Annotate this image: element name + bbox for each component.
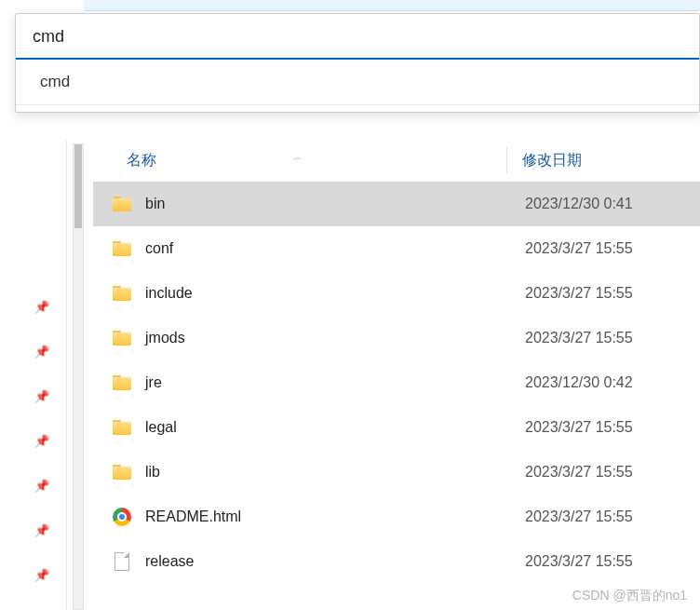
file-row[interactable]: conf2023/3/27 15:55 <box>93 226 700 271</box>
address-spacer <box>16 104 699 112</box>
file-name: jre <box>145 374 525 391</box>
address-input[interactable] <box>16 14 699 60</box>
file-row[interactable]: include2023/3/27 15:55 <box>93 271 700 316</box>
file-name: README.html <box>145 508 525 525</box>
file-row[interactable]: lib2023/3/27 15:55 <box>93 450 700 495</box>
document-icon <box>112 551 132 572</box>
quick-access-item[interactable]: 📌 <box>0 284 66 329</box>
file-name: release <box>145 553 525 570</box>
quick-access-item[interactable]: 📌 <box>0 418 66 463</box>
file-modified: 2023/3/27 15:55 <box>525 553 633 570</box>
file-modified: 2023/12/30 0:41 <box>525 196 633 212</box>
column-header-modified[interactable]: 修改日期 <box>506 147 700 173</box>
file-row[interactable]: jmods2023/3/27 15:55 <box>93 316 700 360</box>
scrollbar-thumb[interactable] <box>74 144 82 228</box>
folder-icon <box>112 373 132 393</box>
file-row[interactable]: release2023/3/27 15:55 <box>93 539 700 584</box>
file-modified: 2023/12/30 0:42 <box>525 374 633 391</box>
file-list: ︿ 名称 修改日期 bin2023/12/30 0:41conf2023/3/2… <box>93 140 700 610</box>
chrome-icon <box>112 507 132 527</box>
address-suggestion[interactable]: cmd <box>16 60 699 104</box>
quick-access-item[interactable]: 📌 <box>0 463 66 508</box>
file-name: jmods <box>145 330 525 346</box>
folder-icon <box>112 283 132 304</box>
folder-icon <box>112 462 132 482</box>
pin-icon: 📌 <box>34 434 49 448</box>
pin-icon: 📌 <box>34 568 49 582</box>
file-modified: 2023/3/27 15:55 <box>525 285 633 302</box>
pin-icon: 📌 <box>34 345 49 359</box>
scrollbar-track[interactable] <box>73 143 84 610</box>
file-modified: 2023/3/27 15:55 <box>525 419 633 436</box>
column-header-name[interactable]: 名称 <box>123 151 506 170</box>
quick-access-panel: 📌📌📌📌📌📌📌 <box>0 140 67 610</box>
folder-icon <box>112 417 132 438</box>
folder-icon <box>112 238 132 259</box>
folder-icon <box>112 194 132 214</box>
folder-icon <box>112 328 132 348</box>
file-modified: 2023/3/27 15:55 <box>525 240 633 257</box>
file-modified: 2023/3/27 15:55 <box>525 508 633 525</box>
pin-icon: 📌 <box>34 479 49 493</box>
pin-icon: 📌 <box>34 300 49 314</box>
address-bar: cmd <box>15 13 700 113</box>
quick-access-item[interactable]: 📌 <box>0 373 66 418</box>
file-row[interactable]: README.html2023/3/27 15:55 <box>93 495 700 539</box>
file-name: legal <box>145 419 525 436</box>
pin-icon: 📌 <box>34 389 49 403</box>
quick-access-item[interactable]: 📌 <box>0 329 66 373</box>
file-row[interactable]: bin2023/12/30 0:41 <box>93 182 700 226</box>
chevron-up-icon[interactable]: ︿ <box>293 151 303 164</box>
breadcrumb-hint <box>84 0 700 11</box>
file-row[interactable]: jre2023/12/30 0:42 <box>93 360 700 405</box>
column-header-row: ︿ 名称 修改日期 <box>93 140 700 182</box>
file-name: include <box>145 285 525 302</box>
quick-access-item[interactable]: 📌 <box>0 508 66 552</box>
quick-access-item[interactable]: 📌 <box>0 552 66 597</box>
file-row[interactable]: legal2023/3/27 15:55 <box>93 405 700 450</box>
file-name: lib <box>145 464 525 481</box>
file-modified: 2023/3/27 15:55 <box>525 330 633 346</box>
file-name: conf <box>145 240 525 257</box>
file-modified: 2023/3/27 15:55 <box>525 464 633 481</box>
file-name: bin <box>145 196 525 212</box>
pin-icon: 📌 <box>34 523 49 537</box>
